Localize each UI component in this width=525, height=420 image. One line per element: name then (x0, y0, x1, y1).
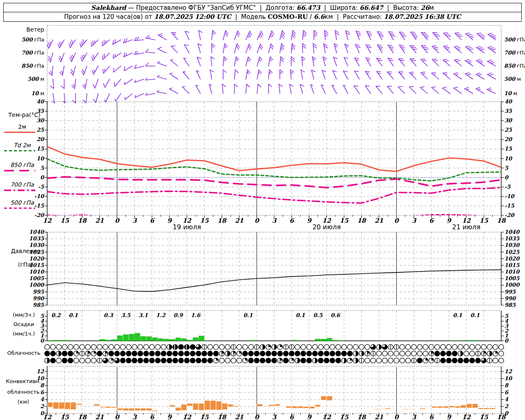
x-hour-label: 0 (255, 217, 260, 224)
x-day-label: 20 июля (313, 223, 341, 231)
y-tick-label: 15 (37, 146, 44, 152)
x-hour-label: 3 (412, 413, 417, 420)
x-hour-label: 3 (412, 217, 417, 224)
y-tick-label: 1035 (29, 235, 44, 242)
wind-level-label: 500 гПа (21, 37, 44, 43)
x-hour-label: 18 (497, 217, 506, 224)
x-hour-label: 21 (95, 217, 104, 224)
y-tick-label: 20 (504, 136, 513, 142)
wind-level-label: 700 гПа (21, 50, 44, 56)
precip-3h-amount: 0.9 (173, 312, 184, 318)
x-hour-label: 12 (43, 413, 52, 420)
x-hour-label: 18 (217, 217, 226, 224)
y-tick-label: 10 (37, 375, 45, 381)
x-hour-label: 6 (429, 413, 434, 420)
y-tick-label: 30 (37, 117, 45, 123)
y-tick-label: 990 (33, 295, 45, 301)
x-hour-label: 0 (255, 413, 260, 420)
y-tick-label: 995 (33, 289, 44, 295)
wind-level-labels: 500 гПа500 гПа700 гПа700 гПа850 гПа850 г… (21, 37, 525, 96)
y-tick-label: 1030 (504, 242, 520, 248)
x-hour-label: 15 (479, 217, 488, 224)
x-hour-label: 3 (132, 413, 137, 420)
y-tick-label: 1010 (504, 269, 520, 275)
y-tick-label: -15 (504, 203, 514, 209)
precip-3h-amount: 0.5 (313, 312, 323, 318)
y-tick-label: -20 (504, 212, 515, 218)
y-tick-label: -10 (34, 193, 45, 199)
wind-level-label: 850 гПа (21, 63, 44, 69)
y-tick-label: 1025 (29, 249, 44, 255)
x-day-label: 19 июля (173, 223, 201, 231)
y-tick-label: -5 (38, 184, 44, 190)
y-tick-label: -10 (504, 193, 515, 199)
precip-3h-amount: 0.1 (453, 312, 462, 318)
x-hour-label: 12 (462, 413, 471, 420)
y-axis-ticks: 40403535303025252020151510105500-5-5-10-… (29, 98, 520, 416)
precip-3h-amount: 0.1 (243, 312, 253, 318)
y-tick-label: 12 (504, 368, 512, 374)
y-tick-label: 30 (504, 117, 513, 123)
wind-level-label: 500 м (27, 76, 44, 82)
y-tick-label: 1020 (504, 256, 520, 262)
x-hour-label: 15 (340, 413, 349, 420)
x-hour-label: 15 (200, 413, 209, 420)
y-tick-label: 0 (40, 338, 45, 344)
x-hour-label: 9 (167, 413, 172, 420)
cloud-symbols (45, 345, 504, 363)
y-tick-label: 985 (504, 302, 516, 308)
y-tick-label: 1005 (29, 275, 44, 281)
wind-barbs (47, 30, 496, 103)
x-hour-label: 6 (150, 217, 155, 224)
y-tick-label: 1030 (29, 242, 45, 248)
temperature-series (47, 146, 501, 217)
x-hour-label: 15 (60, 217, 69, 224)
x-day-label: 21 июля (452, 223, 480, 231)
x-hour-label: 0 (394, 217, 399, 224)
y-tick-label: 2 (40, 403, 44, 409)
wind-level-label: 500 гПа (504, 37, 525, 43)
x-hour-label: 21 (95, 413, 104, 420)
precip-3h-amount: 0.3 (104, 312, 114, 318)
x-hour-label: 15 (60, 413, 69, 420)
precip-3h-amount: 1.6 (191, 312, 201, 318)
wind-level-label: 850 гПа (504, 63, 525, 69)
y-tick-label: 1000 (29, 282, 45, 288)
y-tick-label: 1010 (29, 269, 45, 275)
y-tick-label: 990 (504, 295, 516, 301)
y-tick-label: 5 (504, 165, 509, 171)
x-hour-label: 0 (115, 413, 120, 420)
precip-3h-amount: 0.2 (51, 312, 61, 318)
y-tick-label: 40 (504, 98, 513, 105)
y-tick-label: 10 (504, 155, 513, 162)
y-tick-label: 20 (37, 136, 45, 142)
y-tick-label: 4 (504, 396, 509, 402)
x-hour-label: 12 (183, 413, 192, 420)
x-hour-label: 18 (357, 217, 366, 224)
wind-level-label: 500 м (504, 76, 521, 82)
wind-level-label: 10 м (504, 90, 517, 96)
x-hour-label: 3 (132, 217, 137, 224)
x-hour-label: 15 (340, 217, 349, 224)
x-hour-label: 6 (290, 217, 294, 224)
y-tick-label: 4 (40, 396, 44, 402)
y-tick-label: 25 (504, 127, 512, 133)
y-tick-label: 40 (37, 98, 45, 105)
x-hour-label: 12 (43, 217, 52, 224)
x-hour-label: 6 (150, 413, 155, 420)
y-tick-label: 2 (504, 403, 509, 409)
x-hour-label: 18 (357, 413, 366, 420)
y-tick-label: 35 (504, 108, 512, 114)
pressure-series (47, 270, 501, 292)
x-hour-label: 15 (479, 413, 488, 420)
x-hour-label: 0 (115, 217, 120, 224)
x-hour-label: 21 (235, 413, 244, 420)
precip-3h-amount: 0.6 (331, 312, 341, 318)
wind-level-label: 700 гПа (504, 50, 525, 56)
y-tick-label: 15 (504, 146, 512, 152)
gridlines (47, 102, 501, 413)
x-hour-label: 9 (447, 217, 452, 224)
x-hour-label: 9 (167, 217, 172, 224)
y-tick-label: 0 (504, 174, 509, 180)
y-tick-label: 6 (504, 389, 509, 395)
